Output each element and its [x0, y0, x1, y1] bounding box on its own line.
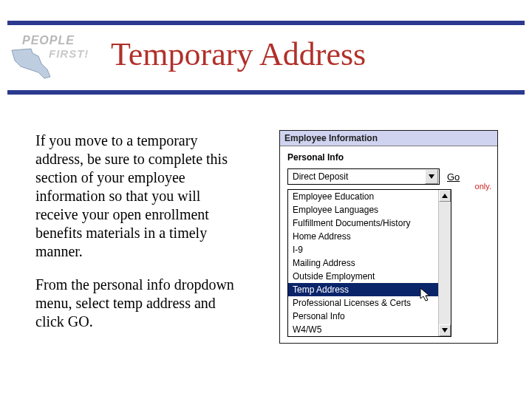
paragraph-1: If you move to a temporary address, be s… [35, 132, 242, 261]
logo-line2: FIRST! [49, 47, 89, 60]
list-item[interactable]: Employee Education [288, 190, 451, 203]
scrollbar[interactable] [438, 190, 451, 336]
scroll-track[interactable] [439, 202, 451, 324]
top-rule [7, 21, 525, 25]
logo-line1: PEOPLE [22, 34, 75, 47]
list-item[interactable]: Outside Employment [288, 270, 451, 283]
list-item[interactable]: Mailing Address [288, 256, 451, 270]
list-item[interactable]: W4/W5 [288, 323, 451, 336]
list-item[interactable]: I-9 [288, 243, 451, 256]
personal-info-select[interactable]: Direct Deposit [287, 168, 440, 185]
screenshot-header: Employee Information [280, 131, 497, 146]
section-label: Personal Info [287, 152, 491, 163]
brand-logo: PEOPLE FIRST! [7, 28, 95, 80]
list-item[interactable]: Home Address [288, 230, 451, 243]
options-listbox[interactable]: Employee EducationEmployee LanguagesFulf… [287, 189, 451, 337]
scroll-down-icon[interactable] [439, 324, 451, 336]
screenshot-panel: Employee Information Personal Info Direc… [279, 130, 498, 344]
list-item[interactable]: Fulfillment Documents/History [288, 216, 451, 230]
scroll-up-icon[interactable] [439, 190, 451, 202]
body-text: If you move to a temporary address, be s… [35, 132, 242, 346]
florida-shape-icon [10, 47, 55, 80]
chevron-down-icon[interactable] [425, 169, 438, 184]
partial-note: only. [475, 182, 491, 191]
list-item[interactable]: Personal Info [288, 310, 451, 323]
paragraph-2: From the personal info dropdown menu, se… [35, 276, 242, 331]
mid-rule [7, 90, 525, 95]
list-item[interactable]: Temp Address [288, 283, 451, 296]
list-item[interactable]: Employee Languages [288, 203, 451, 216]
go-button[interactable]: Go [447, 171, 460, 183]
list-item[interactable]: Professional Licenses & Certs [288, 296, 451, 310]
page-title: Temporary Address [111, 35, 366, 73]
select-value: Direct Deposit [288, 171, 424, 182]
